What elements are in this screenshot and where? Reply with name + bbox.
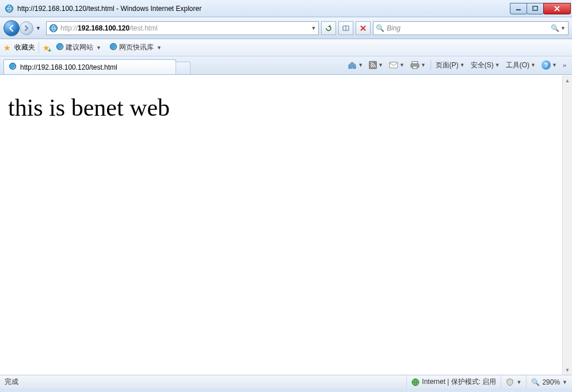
toolbar-overflow[interactable]: » — [560, 62, 569, 68]
address-dropdown[interactable]: ▼ — [309, 25, 318, 31]
tools-menu[interactable]: 工具(O) ▼ — [504, 59, 538, 71]
site-icon — [49, 24, 58, 33]
ie-logo-icon — [5, 4, 14, 13]
web-slice-label: 网页快讯库 — [119, 43, 154, 52]
favorites-star-icon[interactable]: ★ — [3, 43, 11, 52]
zoom-control[interactable]: 🔍 290% ▼ — [526, 375, 572, 389]
svg-rect-12 — [413, 66, 417, 68]
separator — [430, 60, 431, 70]
zoom-icon: 🔍 — [531, 378, 540, 386]
svg-rect-2 — [533, 6, 537, 10]
search-box[interactable]: 🔍 Bing 🔍 ▼ — [373, 21, 569, 35]
globe-icon — [411, 378, 420, 386]
search-go-button[interactable]: 🔍 — [549, 24, 560, 32]
scroll-track[interactable] — [563, 85, 572, 365]
maximize-button[interactable] — [527, 3, 544, 14]
new-tab-button[interactable] — [176, 62, 190, 74]
print-button[interactable]: ▼ — [408, 59, 428, 71]
read-mail-button[interactable]: ▼ — [387, 60, 407, 70]
separator — [39, 42, 39, 54]
close-button[interactable] — [543, 3, 571, 14]
shield-icon — [506, 378, 514, 386]
chevron-down-icon: ▼ — [562, 379, 567, 385]
window-controls — [510, 3, 571, 14]
webpage-body: this is benet web — [0, 75, 562, 375]
chevron-down-icon: ▼ — [516, 379, 521, 385]
home-button[interactable]: ▼ — [345, 59, 365, 71]
back-button[interactable] — [3, 20, 20, 36]
tools-menu-label: 工具(O) — [506, 60, 529, 70]
suggested-sites-item[interactable]: 建议网站 ▼ — [54, 41, 104, 54]
chevron-down-icon: ▼ — [421, 62, 426, 68]
chevron-down-icon: ▼ — [157, 45, 162, 51]
security-zone[interactable]: Internet | 保护模式: 启用 — [406, 375, 501, 389]
stop-button[interactable] — [356, 21, 371, 35]
vertical-scrollbar[interactable]: ▲ ▼ — [562, 75, 572, 375]
protected-mode-button[interactable]: ▼ — [501, 375, 526, 389]
chevron-down-icon: ▼ — [460, 62, 465, 68]
svg-rect-10 — [412, 62, 418, 64]
compat-view-button[interactable] — [338, 21, 353, 35]
address-bar[interactable]: http://192.168.100.120/test.html ▼ — [46, 21, 319, 35]
zoom-level: 290% — [542, 378, 560, 386]
search-provider-icon: 🔍 — [376, 24, 384, 32]
ie-icon — [56, 43, 64, 52]
rss-icon — [369, 61, 377, 69]
scroll-up-arrow[interactable]: ▲ — [563, 75, 572, 85]
chevron-down-icon: ▼ — [399, 62, 405, 68]
favorites-label[interactable]: 收藏夹 — [14, 43, 35, 52]
svg-rect-9 — [390, 62, 398, 68]
tab-title: http://192.168.100.120/test.html — [20, 63, 117, 71]
page-menu[interactable]: 页面(P) ▼ — [433, 59, 467, 71]
active-tab[interactable]: http://192.168.100.120/test.html — [3, 59, 176, 74]
page-text: this is benet web — [8, 94, 170, 121]
add-favorite-icon[interactable]: ★ — [43, 43, 50, 52]
status-bar: 完成 Internet | 保护模式: 启用 ▼ 🔍 290% ▼ — [0, 375, 572, 389]
safety-menu-label: 安全(S) — [471, 60, 494, 70]
status-text: 完成 — [0, 377, 23, 387]
tab-command-bar: http://192.168.100.120/test.html ▼ ▼ ▼ ▼… — [0, 56, 572, 75]
nav-buttons: ▼ — [3, 20, 44, 37]
command-bar: ▼ ▼ ▼ ▼ 页面(P) ▼ 安全(S) ▼ 工具(O) ▼ — [345, 57, 569, 74]
forward-button[interactable] — [20, 21, 33, 35]
url-text[interactable]: http://192.168.100.120/test.html — [60, 24, 309, 32]
scroll-down-arrow[interactable]: ▼ — [563, 365, 572, 375]
content-area: this is benet web ▲ ▼ — [0, 75, 572, 375]
help-button[interactable]: ? ▼ — [539, 59, 559, 71]
window-titlebar: http://192.168.100.120/test.html - Windo… — [0, 0, 572, 17]
ie-icon — [109, 43, 117, 52]
suggested-sites-label: 建议网站 — [66, 43, 93, 52]
svg-rect-1 — [516, 9, 521, 10]
search-placeholder: Bing — [387, 24, 549, 32]
help-icon: ? — [542, 60, 551, 70]
svg-point-8 — [371, 66, 372, 67]
window-title: http://192.168.100.120/test.html - Windo… — [17, 5, 201, 13]
chevron-down-icon: ▼ — [531, 62, 536, 68]
chevron-down-icon: ▼ — [495, 62, 500, 68]
safety-menu[interactable]: 安全(S) ▼ — [468, 59, 502, 71]
chevron-down-icon: ▼ — [378, 62, 383, 68]
security-zone-label: Internet | 保护模式: 启用 — [422, 377, 496, 387]
chevron-down-icon: ▼ — [552, 62, 557, 68]
navigation-bar: ▼ http://192.168.100.120/test.html ▼ 🔍 B… — [0, 17, 572, 39]
page-menu-label: 页面(P) — [436, 60, 459, 70]
nav-history-dropdown[interactable]: ▼ — [36, 25, 41, 31]
search-provider-dropdown[interactable]: ▼ — [560, 25, 566, 31]
minimize-button[interactable] — [510, 3, 527, 14]
tab-icon — [9, 62, 17, 72]
web-slice-item[interactable]: 网页快讯库 ▼ — [107, 41, 164, 54]
feeds-button[interactable]: ▼ — [367, 60, 386, 70]
chevron-down-icon: ▼ — [358, 62, 363, 68]
favorites-bar: ★ 收藏夹 ★ 建议网站 ▼ 网页快讯库 ▼ — [0, 39, 572, 56]
refresh-button[interactable] — [321, 21, 336, 35]
chevron-down-icon: ▼ — [96, 45, 101, 51]
